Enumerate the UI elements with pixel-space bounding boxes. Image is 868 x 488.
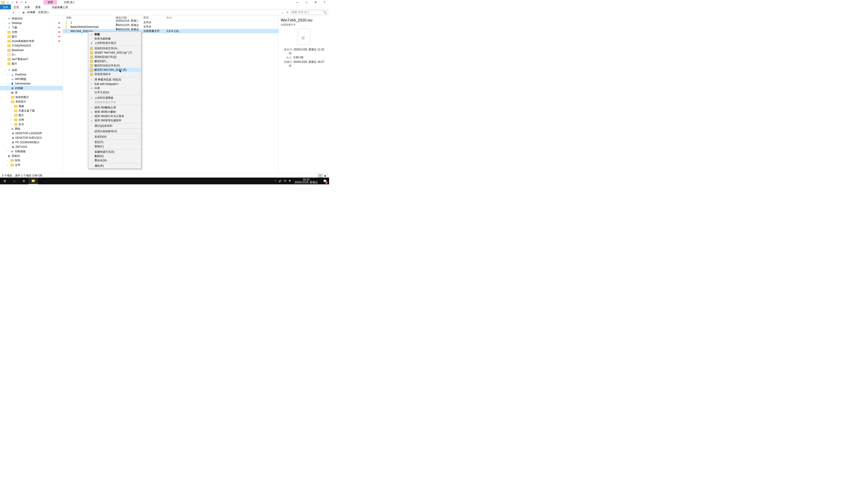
ctx-create-shortcut[interactable]: 创建快捷方式(S): [89, 150, 141, 154]
tree-pictures2[interactable]: 图片: [0, 61, 63, 66]
crumb-pc[interactable]: 此电脑: [27, 10, 35, 14]
ctx-copy[interactable]: 复制(C): [89, 144, 141, 149]
close-button[interactable]: ✕: [311, 0, 320, 4]
ctx-youdao[interactable]: 上传到有道云笔记: [89, 41, 141, 45]
tree-desktop[interactable]: Desktop📌: [0, 21, 63, 25]
notification-center[interactable]: 💬3: [321, 177, 328, 184]
ribbon-view[interactable]: 查看: [33, 4, 43, 9]
ctx-360-virus-scan[interactable]: 使用 360进行木马云查杀: [89, 114, 141, 119]
back-button[interactable]: ←: [1, 10, 5, 14]
tree-recycle-bin[interactable]: 回收站: [0, 154, 63, 158]
col-name[interactable]: 名称: [66, 16, 116, 20]
ctx-extract-to[interactable]: 解压到 Win7x64_2020\ (E): [89, 68, 141, 72]
ctx-360-manage-menu[interactable]: 使用 360管理右键菜单: [89, 119, 141, 123]
ctx-delete[interactable]: 删除(D): [89, 154, 141, 158]
search-button[interactable]: ⌕: [9, 177, 19, 184]
ctx-burn[interactable]: 刻录光盘映像: [89, 37, 141, 41]
tree-local-pics[interactable]: 本机照片: [0, 99, 63, 104]
tree-desktop-root[interactable]: ⌄桌面: [0, 68, 63, 72]
tree-libraries[interactable]: ⌄库: [0, 90, 63, 95]
ctx-other-compress[interactable]: 其他压缩命令›: [89, 72, 141, 76]
ctx-cut[interactable]: 剪切(T): [89, 140, 141, 144]
tree-documents[interactable]: 文档📌: [0, 30, 63, 34]
tree-software[interactable]: ›软件: [0, 158, 63, 163]
ctx-add-zip[interactable]: 添加到 "Win7x64_2020.zip" (T): [89, 51, 141, 55]
ime-indicator[interactable]: 中: [284, 180, 286, 183]
col-type[interactable]: 类型: [143, 16, 166, 20]
explorer-taskbar-button[interactable]: [29, 177, 38, 184]
ctx-extract-here[interactable]: 解压到当前文件夹(X): [89, 64, 141, 68]
volume-icon[interactable]: 🔊: [278, 180, 282, 183]
tree-quick-access[interactable]: ⌄快速访问: [0, 16, 63, 21]
tree-net-pc3[interactable]: PC-20190530OBLA: [0, 140, 63, 144]
tree-files[interactable]: ›文件: [0, 163, 63, 167]
tree-wps[interactable]: ›WPS网盘: [0, 77, 63, 81]
tree-net-pc4[interactable]: ZMT2019: [0, 144, 63, 149]
tree-pictures[interactable]: 图片📌: [0, 34, 63, 39]
start-button[interactable]: ⊞: [0, 177, 9, 184]
tree-g[interactable]: G:\: [0, 53, 63, 57]
ribbon-home[interactable]: 主页: [11, 4, 22, 9]
tree-control-panel[interactable]: ›控制面板: [0, 149, 63, 154]
ctx-360-force-delete[interactable]: 使用 360强力删除: [89, 110, 141, 114]
ctx-bee-browser[interactable]: 用 蜂蜜浏览器 浏览(3): [89, 77, 141, 82]
qat-properties-icon[interactable]: ▭: [6, 0, 9, 4]
qat-dropdown-icon[interactable]: ▾: [24, 0, 28, 4]
qat-newfolder-icon[interactable]: ▢: [10, 0, 14, 4]
tree-onedrive[interactable]: ›OneDrive: [0, 72, 63, 77]
tree-videos[interactable]: ›视频: [0, 104, 63, 108]
ctx-notepadpp[interactable]: Edit with Notepad++: [89, 82, 141, 86]
ribbon-file[interactable]: 文件: [0, 4, 11, 9]
icons-view-button[interactable]: ▦: [323, 174, 327, 177]
ribbon-disc-tools[interactable]: 光盘映像工具: [49, 4, 71, 9]
maximize-button[interactable]: □: [302, 0, 311, 4]
qat-delete-icon[interactable]: ✕: [15, 0, 19, 4]
ribbon-share[interactable]: 共享: [22, 4, 33, 9]
crumb-folder[interactable]: 文档 (E:): [38, 10, 49, 14]
recent-dropdown[interactable]: ▾: [11, 10, 16, 14]
tree-network[interactable]: ⌄网络: [0, 127, 63, 131]
tree-bandicam[interactable]: Bandicam: [0, 48, 63, 53]
details-view-button[interactable]: ☰: [318, 174, 322, 177]
tree-excel[interactable]: excel表格制作求和📌: [0, 39, 63, 43]
help-button[interactable]: ?: [320, 0, 329, 4]
dropdown-icon[interactable]: ⌄: [281, 10, 285, 14]
ctx-restore-previous[interactable]: 还原以前的版本(V): [89, 129, 141, 133]
chevron-icon[interactable]: ›: [26, 11, 26, 13]
search-icon[interactable]: 🔍: [323, 11, 327, 14]
ctx-share[interactable]: 共享: [89, 86, 141, 90]
security-icon[interactable]: ⚑: [289, 180, 291, 183]
ctx-extract[interactable]: 解压到(F)...: [89, 59, 141, 64]
ctx-rename[interactable]: 重命名(M): [89, 158, 141, 163]
ctx-properties[interactable]: 属性(R): [89, 164, 141, 168]
ctx-baidu-upload[interactable]: 上传到百度网盘: [89, 96, 141, 100]
tree-this-pc[interactable]: ›此电脑: [0, 86, 63, 90]
tree-net-pc1[interactable]: DESKTOP-LSSOEDP: [0, 131, 63, 135]
tree-net-pc2[interactable]: DESKTOP-NJEU3CG: [0, 135, 63, 140]
breadcrumb-bar[interactable]: › 此电脑 › 文档 (E:) ›: [21, 10, 280, 14]
tree-tianyi[interactable]: ›天翼云盘下载: [0, 108, 63, 113]
tree-saved-pics[interactable]: 保存的图片: [0, 95, 63, 99]
ctx-mount[interactable]: 装载: [89, 32, 141, 37]
refresh-button[interactable]: ↻: [285, 10, 289, 14]
col-size[interactable]: 大小: [166, 16, 180, 20]
file-row[interactable]: BaiduNetdiskDownload 2020/12/25, 星期五 1..…: [63, 25, 278, 29]
ctx-send-to[interactable]: 发送到(N)›: [89, 135, 141, 139]
tree-music[interactable]: ›音乐: [0, 122, 63, 127]
minimize-button[interactable]: —: [293, 0, 302, 4]
up-button[interactable]: ↑: [16, 10, 20, 14]
ctx-qq-send[interactable]: 通过QQ发送到: [89, 124, 141, 128]
search-box[interactable]: 搜索"文档 (E:)" 🔍: [290, 10, 328, 15]
tree-doc3[interactable]: ›文档: [0, 118, 63, 122]
tree-downloads[interactable]: 下载📌: [0, 25, 63, 30]
chevron-icon[interactable]: ›: [36, 11, 37, 13]
file-row[interactable]: 1 2020/12/15, 星期二 1... 文件夹: [63, 20, 278, 25]
forward-button[interactable]: →: [6, 10, 10, 14]
task-view-button[interactable]: ⧉: [19, 177, 29, 184]
tree-pic3[interactable]: ›图片: [0, 113, 63, 118]
chevron-icon[interactable]: ›: [49, 11, 50, 13]
ctx-add-archive[interactable]: 添加到压缩文件(A)...: [89, 46, 141, 51]
tree-yunqishi[interactable]: YUNQISHI2019: [0, 43, 63, 48]
ctx-open-with[interactable]: 打开方式(H)›: [89, 90, 141, 95]
tree-win7[interactable]: win7重装win7: [0, 57, 63, 61]
